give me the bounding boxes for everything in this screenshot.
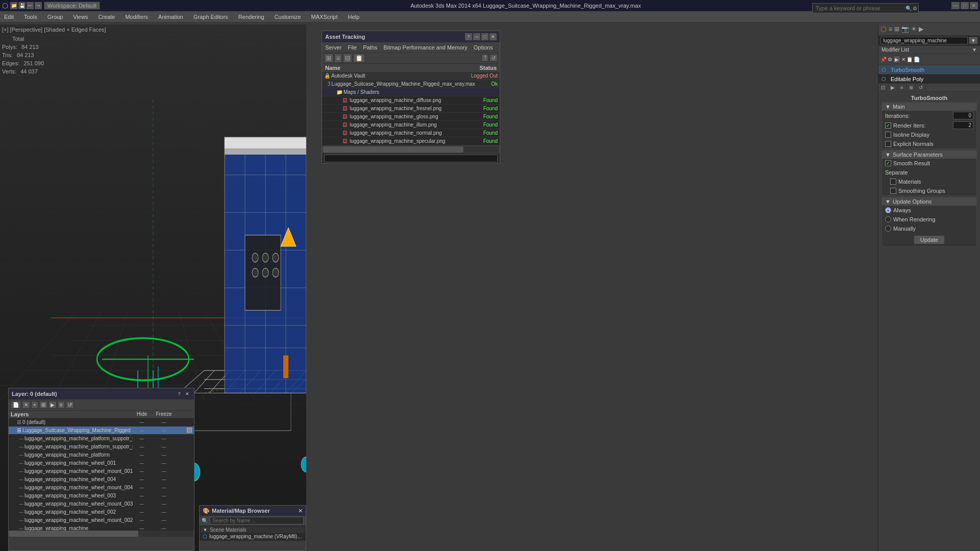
always-check[interactable]: Always bbox=[885, 207, 911, 213]
rp-icon-6[interactable]: ▶ bbox=[919, 26, 923, 33]
at-row-file[interactable]: 3 Luggage_Suitcase_Wrapping_Machine_Rigg… bbox=[322, 80, 500, 88]
menu-maxscript[interactable]: MAXScript bbox=[309, 13, 340, 21]
search-options-icon[interactable]: ⚙ bbox=[913, 6, 917, 11]
layer-row-platform[interactable]: — luggage_wrapping_machine_platform — — bbox=[9, 451, 194, 459]
rp-icon-5[interactable]: ☀ bbox=[911, 26, 917, 33]
ms-configure-btn[interactable]: ⚙ bbox=[888, 57, 892, 62]
at-menu-paths[interactable]: Paths bbox=[363, 44, 377, 51]
modifier-list-dropdown[interactable]: ▼ bbox=[972, 47, 977, 53]
lp-btn-6[interactable]: ≡ bbox=[58, 401, 65, 409]
at-close-button[interactable]: ✕ bbox=[489, 33, 497, 40]
rp-icon-4[interactable]: 📷 bbox=[901, 26, 909, 33]
render-iters-check[interactable]: Render Iters: bbox=[885, 122, 926, 129]
ms-copy-btn[interactable]: 📋 bbox=[906, 57, 913, 62]
at-row-vault[interactable]: 🔒 Autodesk Vault Logged Out bbox=[322, 72, 500, 80]
layer-panel-controls[interactable]: ? ✕ bbox=[176, 390, 191, 397]
tab-polygon[interactable]: ⊗ bbox=[906, 84, 916, 91]
ms-active-btn[interactable]: ▶ bbox=[893, 56, 900, 63]
lp-btn-5[interactable]: ▶ bbox=[48, 401, 57, 409]
workspace-selector[interactable]: Workspace: Default bbox=[44, 2, 100, 10]
layer-row-platform-002[interactable]: — luggage_wrapping_machine_platform_supp… bbox=[9, 443, 194, 451]
at-minimize-button[interactable]: — bbox=[473, 33, 480, 40]
stack-item-turbosmooth[interactable]: ⬡ TurboSmooth bbox=[878, 65, 980, 74]
always-radio[interactable] bbox=[885, 207, 891, 213]
at-btn-2[interactable]: ≡ bbox=[334, 54, 342, 63]
at-scrollbar-thumb[interactable] bbox=[323, 146, 463, 153]
manually-radio[interactable] bbox=[885, 226, 891, 232]
menu-edit[interactable]: Edit bbox=[2, 13, 16, 21]
minimize-button[interactable]: — bbox=[951, 2, 960, 9]
render-iters-checkbox[interactable] bbox=[885, 122, 891, 129]
ms-paste-btn[interactable]: 📄 bbox=[914, 57, 920, 62]
menu-animation[interactable]: Animation bbox=[156, 13, 185, 21]
maximize-button[interactable]: □ bbox=[961, 2, 969, 9]
tab-border[interactable]: ≡ bbox=[898, 84, 906, 91]
search-box[interactable]: 🔍 ⚙ bbox=[812, 3, 919, 13]
isoline-checkbox[interactable] bbox=[885, 132, 891, 138]
tab-element[interactable]: ↺ bbox=[916, 84, 926, 91]
menu-group[interactable]: Group bbox=[45, 13, 65, 21]
lp-close-button[interactable]: ✕ bbox=[184, 390, 191, 397]
lp-help-icon[interactable]: ? bbox=[176, 390, 183, 397]
layer-row-wheel-mount-003[interactable]: — luggage_wrapping_machine_wheel_mount_0… bbox=[9, 500, 194, 508]
update-button[interactable]: Update bbox=[914, 235, 945, 244]
at-help-btn[interactable]: ? bbox=[481, 54, 488, 62]
search-icon[interactable]: 🔍 bbox=[905, 6, 912, 11]
tab-edge[interactable]: ▶ bbox=[888, 84, 898, 91]
stack-item-editable-poly[interactable]: ⬡ Editable Poly bbox=[878, 74, 980, 84]
layer-row-wheel-004[interactable]: — luggage_wrapping_machine_wheel_004 — — bbox=[9, 475, 194, 484]
lp-btn-new[interactable]: 📄 bbox=[11, 401, 21, 409]
at-path-field[interactable] bbox=[324, 155, 498, 162]
at-btn-4[interactable]: 📋 bbox=[353, 54, 365, 63]
layer-row-luggage[interactable]: ☰ Luggage_Suitcase_Wrapping_Machine_Rigg… bbox=[9, 427, 194, 435]
menu-tools[interactable]: Tools bbox=[22, 13, 39, 21]
menu-create[interactable]: Create bbox=[96, 13, 117, 21]
at-btn-1[interactable]: ⊞ bbox=[324, 54, 333, 63]
materials-checkbox[interactable] bbox=[890, 179, 896, 185]
at-menu-file[interactable]: File bbox=[348, 44, 357, 51]
menu-graph-editors[interactable]: Graph Editors bbox=[191, 13, 230, 21]
mb-material-item[interactable]: ⬡ luggage_wrapping_machine (VRayMtl) [lu… bbox=[201, 533, 305, 540]
rp-icon-2[interactable]: ≡ bbox=[889, 26, 892, 33]
layer-row-platform-001[interactable]: — luggage_wrapping_machine_platform_supp… bbox=[9, 435, 194, 443]
render-iters-input[interactable] bbox=[953, 121, 973, 129]
layer-row-default[interactable]: ☰ 0 (default) — — bbox=[9, 418, 194, 427]
at-menu-server[interactable]: Server bbox=[325, 44, 341, 51]
layer-row-wheel-002[interactable]: — luggage_wrapping_machine_wheel_002 — — bbox=[9, 508, 194, 516]
smooth-result-check[interactable]: Smooth Result bbox=[885, 160, 930, 166]
toolbar-icons[interactable]: 📁 💾 ↩ ↪ bbox=[10, 2, 42, 9]
turbosmooth-update-header[interactable]: ▼ Update Options bbox=[882, 197, 976, 206]
at-row-map-gloss[interactable]: 🖼 luggage_wrapping_machine_gloss.png Fou… bbox=[322, 113, 500, 121]
asset-tracking-controls[interactable]: ? — □ ✕ bbox=[465, 33, 497, 40]
turbosmooth-main-header[interactable]: ▼ Main bbox=[882, 103, 976, 111]
isoline-check[interactable]: Isoline Display bbox=[885, 132, 929, 138]
search-actions[interactable]: 🔍 ⚙ bbox=[904, 6, 918, 11]
turbosmooth-surface-header[interactable]: ▼ Surface Parameters bbox=[882, 151, 976, 159]
at-row-map-specular[interactable]: 🖼 luggage_wrapping_machine_specular.png … bbox=[322, 137, 500, 145]
at-refresh-btn[interactable]: ↺ bbox=[489, 54, 498, 62]
smoothing-groups-checkbox[interactable] bbox=[890, 188, 896, 194]
mb-scene-materials-header[interactable]: ▼ Scene Materials bbox=[201, 527, 305, 533]
at-menu-bitmap[interactable]: Bitmap Performance and Memory bbox=[383, 44, 467, 51]
at-row-folder[interactable]: 📁 Maps / Shaders bbox=[322, 88, 500, 96]
mb-search-input[interactable] bbox=[210, 517, 304, 524]
explicit-normals-checkbox[interactable] bbox=[885, 141, 891, 147]
smoothing-groups-check[interactable]: Smoothing Groups bbox=[890, 188, 945, 194]
rp-icon-3[interactable]: ⊞ bbox=[894, 26, 899, 33]
search-input[interactable] bbox=[813, 5, 904, 11]
mb-close-button[interactable]: ✕ bbox=[298, 508, 303, 514]
smooth-result-checkbox[interactable] bbox=[885, 160, 891, 166]
at-row-map-diffuse[interactable]: 🖼 luggage_wrapping_machine_diffuse.png F… bbox=[322, 96, 500, 105]
tab-vertex[interactable]: ⊡ bbox=[878, 84, 888, 91]
ms-pin-btn[interactable]: 📌 bbox=[880, 57, 887, 62]
ms-delete-btn[interactable]: ✕ bbox=[901, 57, 905, 62]
name-dropdown-arrow[interactable]: ▼ bbox=[969, 37, 978, 44]
close-button[interactable]: ✕ bbox=[970, 2, 978, 9]
at-maximize-button[interactable]: □ bbox=[481, 33, 488, 40]
iterations-input[interactable] bbox=[953, 112, 973, 119]
at-row-map-illum[interactable]: 🖼 luggage_wrapping_machine_illum.png Fou… bbox=[322, 121, 500, 129]
object-name-input[interactable] bbox=[880, 37, 968, 44]
materials-check[interactable]: Materials bbox=[890, 179, 921, 185]
at-row-map-fresnel[interactable]: 🖼 luggage_wrapping_machine_fresnel.png F… bbox=[322, 105, 500, 113]
at-horizontal-scrollbar[interactable] bbox=[323, 146, 499, 153]
